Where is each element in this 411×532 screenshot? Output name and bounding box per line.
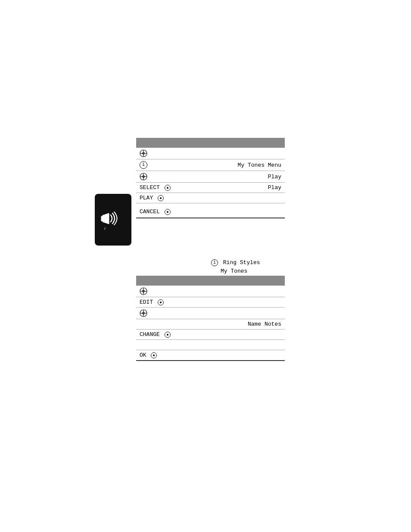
table-row: Play [136,171,285,183]
ok-cell: OK [136,350,285,361]
t-icon: i [140,161,147,169]
table-row: CANCEL [136,203,285,218]
tones-menu-table: i My Tones Menu Play [136,138,285,218]
speaker-ringtone-icon: ♪ [100,209,126,230]
edit-button-icon[interactable] [158,299,164,305]
select-label: SELECT [140,184,160,191]
table-row: i My Tones Menu [136,159,285,171]
table-row: SELECT Play [136,183,285,193]
edit-cell: EDIT [136,297,285,308]
play-label-2: Play [199,183,285,193]
play-btn-label: PLAY [140,195,153,201]
play-right [199,193,285,203]
table-row [136,308,285,319]
row1-right [199,148,285,159]
select-cell: SELECT [136,183,199,193]
dpad-icon [140,149,147,157]
phone-illustration: ♪ [95,194,131,246]
dpad-cell [136,148,199,159]
svg-rect-9 [101,216,105,221]
ok-button-icon[interactable] [151,352,157,358]
dpad-icon-4 [140,309,147,317]
name-notes-label: Name Notes [158,319,285,330]
dpad-cell-t2b [136,308,285,319]
play-label-1: Play [199,171,285,183]
change-label: CHANGE [140,331,160,338]
play-cell: PLAY [136,193,199,203]
dpad-cell2 [136,171,199,183]
nav-t-icon: i [211,259,218,266]
cancel-right [199,203,285,218]
table-row: OK [136,350,285,361]
page: i My Tones Menu Play [0,0,411,532]
table-row: Name Notes [136,319,285,330]
cancel-cell: CANCEL [136,203,199,218]
my-tones-menu-label: My Tones Menu [199,159,285,171]
t-icon-cell: i [136,159,199,171]
change-button-icon[interactable] [165,332,171,338]
dpad-icon-3 [140,287,147,295]
cancel-label: CANCEL [140,208,160,215]
table-row: CHANGE [136,330,285,340]
edit-table: EDIT Name [136,276,285,361]
edit-label: EDIT [140,299,153,305]
table-row [136,148,285,159]
spacer-row [136,340,285,350]
table2-header [136,276,285,286]
select-button-icon[interactable] [165,185,171,191]
table1-header [136,138,285,148]
dpad-icon-2 [140,173,147,180]
play-button-icon[interactable] [158,195,164,201]
my-tones-label: My Tones [221,268,247,274]
cancel-button-icon[interactable] [165,209,171,215]
ok-label: OK [140,352,146,358]
phone-body: ♪ [95,194,131,246]
table-row [136,286,285,297]
table-row: EDIT [136,297,285,308]
dpad-cell-t2 [136,286,285,297]
table-row: PLAY [136,193,285,203]
svg-text:♪: ♪ [104,226,106,230]
nav-hint: i Ring Styles My Tones [211,258,260,275]
table-row [136,340,285,350]
ring-styles-label: Ring Styles [223,259,260,266]
name-notes-cell [136,319,158,330]
change-cell: CHANGE [136,330,285,340]
